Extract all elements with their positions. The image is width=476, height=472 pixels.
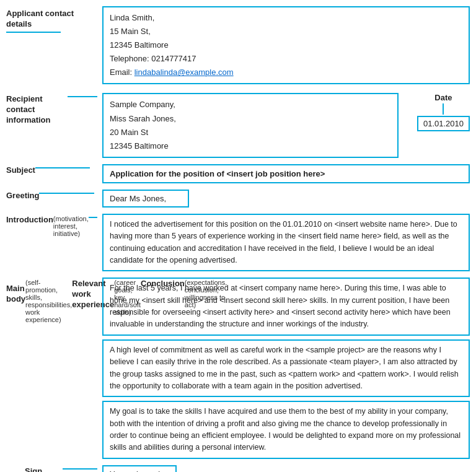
date-value-box: 01.01.2010 [417, 116, 470, 131]
applicant-info-box: Linda Smith, 15 Main St, 12345 Baltimore… [102, 6, 470, 84]
main-body-para-3: My goal is to take the skills I have acq… [102, 401, 470, 459]
recipient-city: 12345 Baltimore [110, 139, 391, 153]
date-label: Date [434, 93, 452, 102]
date-connector-line [443, 103, 444, 115]
introduction-content: I noticed the advertisement for this pos… [102, 214, 470, 276]
introduction-box: I noticed the advertisement for this pos… [102, 214, 470, 272]
recipient-date-row: Recipient contact information Sample Com… [6, 93, 470, 161]
main-body-label: Main body [6, 279, 25, 305]
applicant-email-line: Email: lindabalinda@example.com [110, 66, 462, 79]
subject-box: Application for the position of <insert … [102, 164, 470, 183]
applicant-telephone: Telephone: 0214777417 [110, 52, 462, 66]
recipient-box-wrap: Sample Company, Miss Sarah Jones, 20 Mai… [102, 93, 399, 161]
recipient-content-area: Sample Company, Miss Sarah Jones, 20 Mai… [102, 93, 470, 161]
recipient-address: 20 Main St [110, 126, 391, 139]
applicant-name: Linda Smith, [110, 11, 462, 25]
applicant-section: Applicant contact details Linda Smith, 1… [6, 6, 470, 88]
applicant-city: 12345 Baltimore [110, 38, 462, 52]
subject-label-block: Subject [6, 164, 102, 176]
recipient-label-block: Recipient contact information [6, 93, 102, 126]
introduction-label: Introduction [6, 215, 53, 225]
signoff-content: Yours sincerely, [102, 465, 470, 472]
signoff-label: Sign off [6, 466, 44, 472]
recipient-contact: Miss Sarah Jones, [110, 112, 391, 126]
greeting-box: Dear Ms Jones, [102, 190, 189, 208]
main-body-para-1: For the last 5 years, I have worked at <… [102, 278, 470, 336]
subject-label: Subject [6, 165, 35, 176]
signoff-underline [63, 468, 97, 470]
main-body-labels: Main body (self-promotion, skills, respo… [6, 278, 102, 341]
applicant-label-block: Applicant contact details [6, 6, 102, 33]
introduction-row: Introduction (motivation, interest, init… [6, 214, 470, 276]
introduction-label-block: Introduction (motivation, interest, init… [6, 214, 102, 237]
applicant-content: Linda Smith, 15 Main St, 12345 Baltimore… [102, 6, 470, 88]
applicant-label: Applicant contact details [6, 9, 97, 30]
applicant-email-prefix: Email: [110, 68, 134, 77]
recipient-label: Recipient contact information [6, 94, 68, 126]
greeting-label: Greeting [6, 191, 39, 201]
applicant-underline [6, 32, 61, 33]
signoff-label-block: Sign off [6, 465, 102, 472]
applicant-address1: 15 Main St, [110, 25, 462, 38]
main-body-content: For the last 5 years, I have worked at <… [102, 278, 470, 463]
subject-underline [35, 167, 90, 168]
recipient-underline [68, 96, 97, 97]
signoff-row: Sign off Yours sincerely, [6, 465, 470, 472]
greeting-underline [39, 193, 94, 194]
applicant-email-link[interactable]: lindabalinda@example.com [134, 68, 234, 77]
main-body-para-2: A high level of commitment as well as ca… [102, 339, 470, 398]
subject-content: Application for the position of <insert … [102, 164, 470, 187]
introduction-underline [89, 217, 97, 218]
date-block: Date 01.01.2010 [417, 93, 470, 131]
introduction-sub: (motivation, interest, initiative) [53, 215, 89, 237]
subject-row: Subject Application for the position of … [6, 164, 470, 187]
main-body-row: Main body (self-promotion, skills, respo… [6, 278, 470, 463]
greeting-content: Dear Ms Jones, [102, 190, 470, 211]
main-body-sub: (self-promotion, skills, responsibilitie… [25, 279, 72, 323]
recipient-info-box: Sample Company, Miss Sarah Jones, 20 Mai… [102, 93, 399, 157]
greeting-label-block: Greeting [6, 190, 102, 201]
signoff-box: Yours sincerely, [102, 465, 177, 472]
recipient-company: Sample Company, [110, 98, 391, 111]
greeting-row: Greeting Dear Ms Jones, [6, 190, 470, 211]
